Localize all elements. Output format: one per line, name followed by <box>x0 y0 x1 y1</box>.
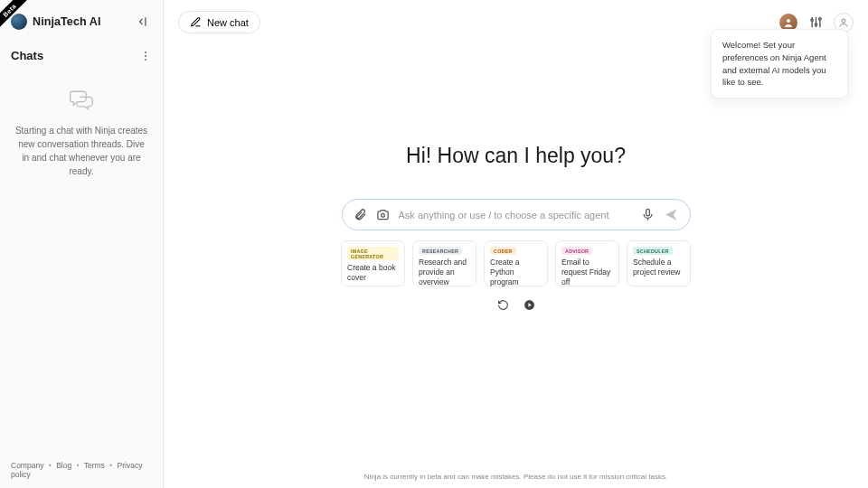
collapse-icon <box>137 15 149 28</box>
card-tag: ADVISOR <box>561 247 592 255</box>
footer-link-terms[interactable]: Terms <box>84 461 105 470</box>
svg-point-8 <box>815 23 817 26</box>
chat-bubbles-icon <box>69 88 94 115</box>
sidebar-empty-text: Starting a chat with Ninja creates new c… <box>14 124 148 178</box>
main: New chat Welcome! Set your preferences o… <box>164 0 868 488</box>
prompt-box <box>342 199 691 230</box>
footer-link-company[interactable]: Company <box>11 461 43 470</box>
svg-rect-13 <box>646 209 649 216</box>
send-icon <box>664 207 679 222</box>
camera-button[interactable] <box>376 208 390 221</box>
card-tag: SCHEDULER <box>633 247 673 255</box>
prompt-input[interactable] <box>399 210 632 221</box>
send-button[interactable] <box>664 207 679 222</box>
greeting-heading: Hi! How can I help you? <box>406 144 626 168</box>
svg-point-12 <box>381 213 384 217</box>
avatar-icon <box>783 17 794 28</box>
card-text: Schedule a project review <box>633 258 684 277</box>
svg-point-3 <box>145 59 146 61</box>
suggestion-card-row: IMAGE GENERATORCreate a book coverRESEAR… <box>341 240 691 286</box>
sidebar-header: NinjaTech AI <box>0 0 163 40</box>
suggestion-card-0[interactable]: IMAGE GENERATORCreate a book cover <box>341 240 405 286</box>
chats-title: Chats <box>11 49 43 62</box>
svg-point-1 <box>145 51 146 52</box>
chats-header: Chats <box>0 40 163 68</box>
new-chat-label: New chat <box>207 17 249 28</box>
card-text: Create a book cover <box>347 263 399 283</box>
suggestion-card-3[interactable]: ADVISOREmail to request Friday off <box>555 240 619 286</box>
brand-name: NinjaTech AI <box>33 15 101 28</box>
mic-icon <box>641 208 655 221</box>
brand: NinjaTech AI <box>11 14 101 30</box>
preferences-tooltip: Welcome! Set your preferences on Ninja A… <box>711 29 848 99</box>
card-text: Email to request Friday off <box>561 258 613 287</box>
card-tag: IMAGE GENERATOR <box>347 247 399 260</box>
svg-point-11 <box>842 19 845 23</box>
refresh-button[interactable] <box>497 299 509 311</box>
chats-more-button[interactable] <box>139 50 152 62</box>
svg-point-2 <box>145 55 146 57</box>
disclaimer: Ninja is currently in beta and can make … <box>164 473 868 481</box>
card-text: Research and provide an overview <box>419 258 470 287</box>
suggestion-card-2[interactable]: CODERCreate a Python program <box>484 240 548 286</box>
footer-link-blog[interactable]: Blog <box>56 461 71 470</box>
svg-point-6 <box>810 19 813 22</box>
slider-controls <box>497 299 535 311</box>
next-button[interactable] <box>524 299 535 311</box>
svg-point-4 <box>787 19 790 23</box>
paperclip-icon <box>354 208 367 221</box>
mic-button[interactable] <box>641 208 655 221</box>
center-area: Hi! How can I help you? IMAGE GENERATORC… <box>164 44 868 488</box>
card-tag: CODER <box>490 247 516 255</box>
play-circle-icon <box>524 299 535 311</box>
person-icon <box>838 17 849 28</box>
sliders-icon <box>809 15 823 29</box>
brand-logo-icon <box>11 14 27 30</box>
suggestion-card-4[interactable]: SCHEDULERSchedule a project review <box>627 240 691 286</box>
refresh-icon <box>497 299 509 311</box>
sidebar: NinjaTech AI Chats Starting a chat with … <box>0 0 164 488</box>
camera-icon <box>376 208 390 221</box>
new-chat-button[interactable]: New chat <box>178 11 260 33</box>
card-tag: RESEARCHER <box>419 247 462 255</box>
card-text: Create a Python program <box>490 258 542 287</box>
sidebar-footer: Company • Blog • Terms • Privacy policy <box>0 452 163 488</box>
svg-point-10 <box>818 18 821 21</box>
edit-icon <box>190 16 202 28</box>
attachment-button[interactable] <box>354 208 367 221</box>
suggestion-card-1[interactable]: RESEARCHERResearch and provide an overvi… <box>412 240 476 286</box>
sidebar-empty-state: Starting a chat with Ninja creates new c… <box>0 68 163 198</box>
collapse-sidebar-button[interactable] <box>134 13 152 31</box>
more-vertical-icon <box>139 50 152 62</box>
